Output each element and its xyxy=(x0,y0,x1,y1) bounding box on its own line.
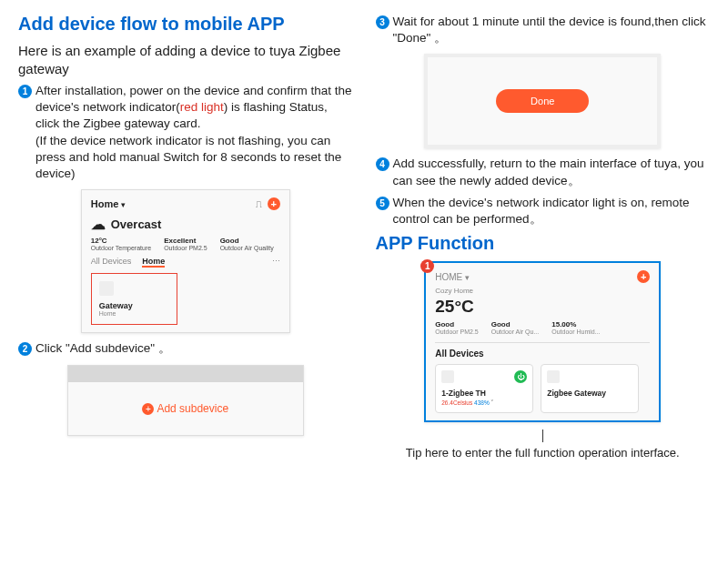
add-icon: + xyxy=(268,197,280,210)
step-3: 3 Wait for about 1 minute until the devi… xyxy=(376,14,711,46)
chevron-down-icon: ▾ xyxy=(465,273,470,282)
mockup-home-screen: Home ▾ ⎍ + ☁Overcast 12°COutdoor Tempera… xyxy=(81,189,290,333)
plus-icon: + xyxy=(142,403,154,415)
mockup-add-subdevice: +Add subdevice xyxy=(67,365,304,436)
mockup-main-interface: 1 HOME ▾ + Cozy Home 25°C GoodOutdoor PM… xyxy=(424,261,661,422)
step-4: 4 Add successfully, return to the main i… xyxy=(376,156,711,188)
tip-text: Tip here to enter the full function oper… xyxy=(376,446,711,460)
more-icon: ⋯ xyxy=(272,257,280,268)
mic-icon: ⎍ xyxy=(256,198,262,209)
mockup-done: Done xyxy=(424,54,661,148)
done-button: Done xyxy=(496,89,589,113)
intro-text: Here is an example of adding a device to… xyxy=(18,42,353,77)
device-icon xyxy=(441,370,454,383)
step-number-4: 4 xyxy=(376,157,389,171)
chevron-down-icon: ▾ xyxy=(121,200,126,209)
gateway-card: Gateway Home xyxy=(91,273,177,325)
step-5: 5 When the device's network indicator li… xyxy=(376,195,711,227)
device-icon xyxy=(547,370,560,383)
step-number-3: 3 xyxy=(376,15,389,29)
step-1: 1 After installation, power on the devic… xyxy=(18,83,353,182)
step-number-5: 5 xyxy=(376,197,389,210)
chevron-down-icon: ˅ xyxy=(490,399,494,406)
callout-1: 1 xyxy=(420,259,434,273)
heading-app-function: APP Function xyxy=(376,233,711,254)
cloud-icon: ☁ xyxy=(91,216,106,233)
step-2: 2 Click "Add subdevice" 。 xyxy=(18,340,353,357)
red-light-text: red light xyxy=(180,100,224,114)
heading-add-device: Add device flow to mobile APP xyxy=(18,14,353,35)
step-number-2: 2 xyxy=(18,342,32,356)
power-icon: ⏻ xyxy=(514,370,527,383)
device-card-gateway: Zigbee Gateway xyxy=(541,364,639,413)
add-icon: + xyxy=(637,270,650,283)
gateway-icon xyxy=(99,281,114,296)
step-number-1: 1 xyxy=(18,85,32,98)
device-card-zigbee-th: ⏻ 1-Zigbee TH 26.4Celsius 438% ˅ xyxy=(435,364,533,413)
